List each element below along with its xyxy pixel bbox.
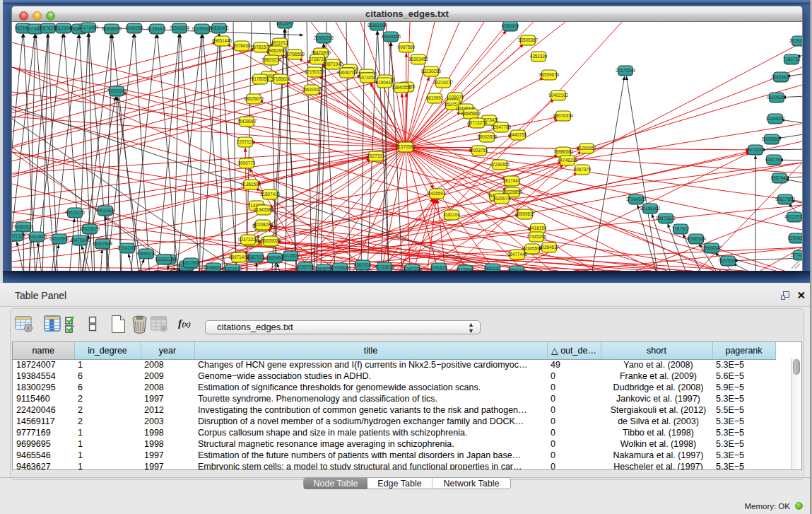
svg-text:3181104: 3181104 — [443, 212, 461, 217]
svg-text:9803649: 9803649 — [276, 22, 294, 25]
svg-text:7160733: 7160733 — [783, 57, 801, 62]
svg-text:2207115: 2207115 — [237, 139, 254, 144]
svg-text:38829234: 38829234 — [261, 57, 282, 62]
svg-text:21281657: 21281657 — [577, 146, 597, 151]
svg-text:67033849: 67033849 — [330, 265, 351, 270]
svg-text:52190153: 52190153 — [305, 69, 325, 74]
svg-text:0527315: 0527315 — [367, 153, 385, 158]
svg-text:44748295: 44748295 — [558, 158, 578, 163]
svg-text:71570587: 71570587 — [396, 144, 416, 149]
svg-text:48475646: 48475646 — [70, 238, 90, 243]
svg-text:86539676: 86539676 — [539, 72, 560, 77]
svg-text:78986582: 78986582 — [553, 149, 574, 154]
svg-text:56971497: 56971497 — [229, 255, 249, 259]
svg-text:99872622: 99872622 — [656, 216, 676, 221]
svg-text:4207960: 4207960 — [182, 260, 200, 265]
svg-text:8259684: 8259684 — [788, 235, 802, 240]
svg-text:24519592: 24519592 — [49, 236, 70, 241]
svg-text:40264617: 40264617 — [539, 245, 560, 250]
svg-text:20555266: 20555266 — [314, 35, 334, 40]
svg-text:96303452: 96303452 — [408, 57, 429, 62]
svg-text:8067379: 8067379 — [574, 167, 592, 172]
svg-text:8557441: 8557441 — [771, 175, 789, 180]
svg-text:41718615: 41718615 — [375, 264, 395, 269]
svg-text:89651446: 89651446 — [212, 38, 233, 43]
svg-text:60623079: 60623079 — [80, 226, 100, 231]
svg-text:83690071: 83690071 — [136, 251, 157, 256]
svg-text:69994340: 69994340 — [702, 245, 722, 250]
svg-text:68525673: 68525673 — [244, 96, 264, 101]
svg-text:13433422: 13433422 — [771, 74, 792, 79]
svg-text:1887525: 1887525 — [247, 255, 265, 259]
svg-text:73840555: 73840555 — [392, 85, 412, 90]
svg-text:88070334: 88070334 — [553, 113, 574, 118]
svg-text:52647788: 52647788 — [491, 124, 512, 129]
svg-text:4352339: 4352339 — [530, 54, 548, 59]
svg-text:31941300: 31941300 — [117, 245, 138, 250]
svg-text:20219277: 20219277 — [433, 80, 454, 85]
svg-text:2078438: 2078438 — [233, 43, 251, 48]
svg-text:91394411: 91394411 — [147, 26, 167, 31]
svg-text:76329535: 76329535 — [718, 258, 739, 263]
svg-text:1673259: 1673259 — [359, 75, 377, 80]
svg-text:07230465: 07230465 — [490, 162, 510, 167]
svg-text:37185619: 37185619 — [271, 76, 291, 81]
svg-text:40766589: 40766589 — [285, 52, 305, 57]
svg-text:11144057: 11144057 — [765, 116, 785, 121]
svg-text:4161784: 4161784 — [765, 157, 783, 162]
svg-text:00201017: 00201017 — [223, 267, 243, 271]
svg-text:34988607: 34988607 — [204, 265, 224, 270]
svg-text:46713274: 46713274 — [467, 120, 488, 125]
svg-text:01361594: 01361594 — [241, 182, 261, 187]
svg-text:86981984: 86981984 — [367, 23, 388, 28]
svg-text:39662992: 39662992 — [266, 48, 287, 53]
svg-text:34648485: 34648485 — [381, 34, 401, 39]
svg-text:4416150: 4416150 — [529, 226, 547, 230]
svg-text:5190447: 5190447 — [376, 80, 394, 85]
svg-text:81907236: 81907236 — [402, 267, 423, 271]
svg-text:1028070: 1028070 — [447, 95, 464, 100]
svg-text:10174941: 10174941 — [455, 267, 476, 271]
svg-text:10273464: 10273464 — [78, 25, 99, 30]
svg-text:71516204: 71516204 — [170, 25, 190, 30]
svg-text:5440755: 5440755 — [510, 132, 527, 137]
svg-text:76026022: 76026022 — [261, 238, 281, 243]
svg-text:0067560: 0067560 — [398, 45, 416, 49]
svg-text:6950699: 6950699 — [502, 23, 519, 28]
svg-text:5331812: 5331812 — [155, 257, 173, 262]
svg-text:27742112: 27742112 — [791, 252, 802, 257]
svg-text:18685862: 18685862 — [461, 111, 481, 116]
svg-text:9817443: 9817443 — [503, 178, 521, 183]
svg-text:7787922: 7787922 — [672, 226, 690, 231]
svg-text:34352611: 34352611 — [13, 224, 33, 229]
svg-text:26793798: 26793798 — [789, 38, 802, 43]
svg-text:9090775: 9090775 — [238, 160, 256, 165]
svg-text:8178055: 8178055 — [252, 76, 269, 81]
svg-text:86958969: 86958969 — [102, 26, 122, 31]
svg-text:40599817: 40599817 — [515, 211, 536, 216]
svg-text:32208283: 32208283 — [253, 222, 273, 227]
svg-text:83230296: 83230296 — [421, 69, 442, 74]
svg-text:44610924: 44610924 — [95, 208, 116, 213]
svg-text:9205798: 9205798 — [297, 264, 314, 269]
svg-text:3976285: 3976285 — [747, 147, 765, 152]
svg-text:32985384: 32985384 — [686, 236, 707, 241]
svg-text:01343388: 01343388 — [254, 207, 274, 212]
svg-text:86168362: 86168362 — [640, 206, 661, 211]
svg-text:2003755: 2003755 — [471, 148, 488, 153]
svg-text:75428967: 75428967 — [237, 119, 257, 124]
svg-text:5049258: 5049258 — [126, 25, 143, 30]
svg-text:49222571: 49222571 — [784, 214, 802, 219]
svg-text:30871942: 30871942 — [323, 62, 343, 66]
svg-text:74310835: 74310835 — [27, 234, 47, 239]
svg-text:77345266: 77345266 — [526, 234, 547, 239]
svg-text:98817850: 98817850 — [775, 197, 796, 201]
svg-text:99525255: 99525255 — [65, 210, 86, 215]
svg-text:20575594: 20575594 — [616, 68, 636, 73]
svg-text:38002828: 38002828 — [477, 134, 498, 139]
svg-text:0619901: 0619901 — [426, 95, 444, 100]
svg-text:84830401: 84830401 — [209, 25, 230, 30]
svg-text:2426591: 2426591 — [428, 191, 446, 196]
svg-text:16477448: 16477448 — [507, 252, 528, 257]
svg-text:55372153: 55372153 — [12, 233, 25, 238]
